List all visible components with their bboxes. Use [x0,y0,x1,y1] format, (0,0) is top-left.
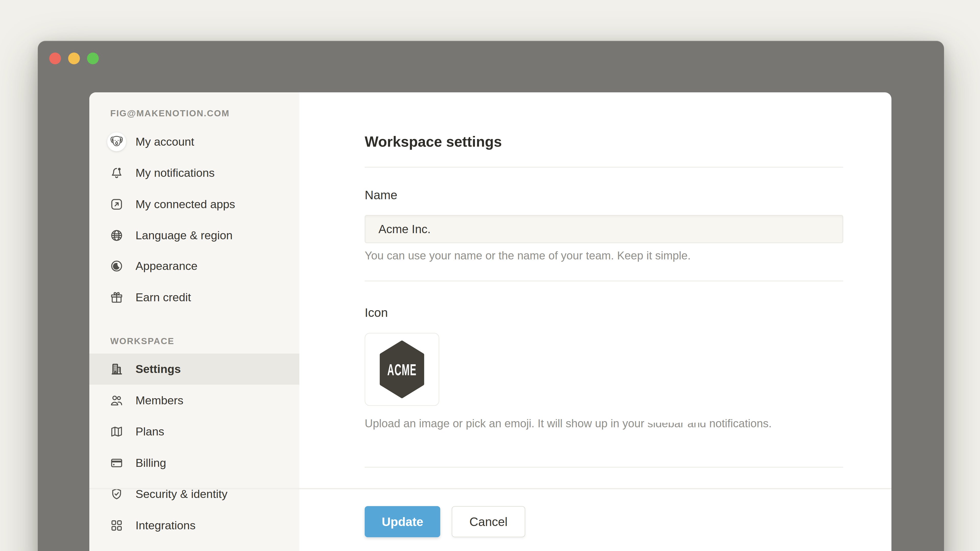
settings-sidebar: FIG@MAKENOTION.COM [89,92,299,551]
zoom-window-button[interactable] [87,52,99,64]
minimize-window-button[interactable] [68,52,80,64]
sidebar-item-label: Members [135,385,183,416]
moon-icon [110,259,124,273]
account-email-header: FIG@MAKENOTION.COM [110,106,230,121]
users-icon [110,394,124,407]
sidebar-item-my-connected-apps[interactable]: My connected apps [89,189,299,220]
globe-icon [110,229,124,242]
credit-card-icon [110,456,124,470]
sidebar-item-label: My account [135,126,194,157]
name-field-label: Name [365,188,397,202]
icon-helper-text: Upload an image or pick an emoji. It wil… [365,415,799,432]
workspace-icon-picker[interactable]: ACME [365,333,439,406]
gift-icon [110,291,124,304]
sidebar-item-label: My notifications [135,157,215,189]
cancel-button[interactable]: Cancel [452,506,525,537]
sidebar-item-label: Integrations [135,510,196,541]
sidebar-item-settings[interactable]: Settings [89,354,299,385]
icon-helper-segment: notifications. [706,417,772,430]
sidebar-item-label: Appearance [135,251,197,282]
sidebar-item-integrations[interactable]: Integrations [89,510,299,541]
page-title: Workspace settings [365,133,502,150]
icon-helper-clipped-segment: sidebar and [648,417,706,430]
divider [365,281,843,281]
sidebar-item-label: Language & region [135,220,232,251]
sidebar-item-language-region[interactable]: Language & region [89,220,299,251]
screen: FIG@MAKENOTION.COM [0,0,980,551]
acme-logo: ACME [378,341,426,398]
sidebar-item-members[interactable]: Members [89,385,299,416]
close-window-button[interactable] [49,52,61,64]
name-helper-text: You can use your name or the name of you… [365,248,691,264]
workspace-section-header: WORKSPACE [110,333,174,349]
dog-avatar-icon [109,134,124,150]
update-button[interactable]: Update [365,506,440,537]
divider [365,167,843,168]
sidebar-item-my-notifications[interactable]: My notifications [89,157,299,189]
settings-dialog: FIG@MAKENOTION.COM [89,92,891,551]
bell-icon [110,166,124,180]
divider [365,467,843,468]
sidebar-item-appearance[interactable]: Appearance [89,251,299,282]
footer-separator [89,488,891,489]
sidebar-item-label: Security & identity [135,478,228,510]
sidebar-item-plans[interactable]: Plans [89,416,299,447]
sidebar-item-label: My connected apps [135,189,235,220]
sidebar-item-label: Earn credit [135,282,191,313]
sidebar-item-label: Settings [135,354,181,385]
icon-field-label: Icon [365,306,388,320]
sidebar-item-earn-credit[interactable]: Earn credit [89,282,299,313]
mac-window: FIG@MAKENOTION.COM [38,41,944,551]
sidebar-item-label: Billing [135,448,166,478]
arrow-up-right-box-icon [110,197,124,211]
svg-text:ACME: ACME [387,360,417,379]
sidebar-item-security-identity[interactable]: Security & identity [89,478,299,510]
icon-helper-segment: Upload an image or pick an emoji. It wil… [365,417,648,430]
shield-check-icon [110,487,124,501]
grid-icon [110,519,124,532]
sidebar-item-my-account[interactable]: My account [89,126,299,157]
user-avatar [107,132,126,151]
map-icon [110,425,124,438]
building-icon [110,362,124,376]
sidebar-item-billing[interactable]: Billing [89,448,299,478]
workspace-name-input[interactable] [365,215,843,243]
sidebar-item-label: Plans [135,416,164,447]
